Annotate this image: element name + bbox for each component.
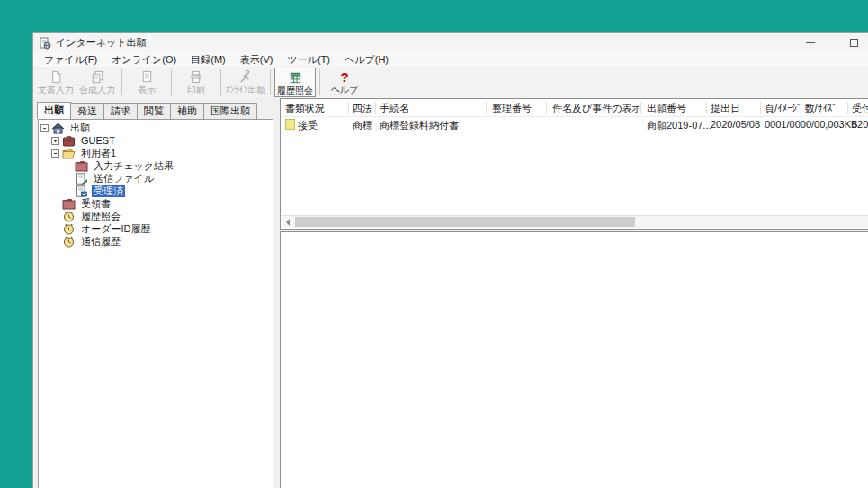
document-new-icon — [49, 69, 63, 84]
tree-item-label: 出願 — [68, 122, 92, 134]
document-list-panel: 書類状況 四法 手続名 整理番号 件名及び事件の表示 出願番号 提出日 頁/ｲﾒ… — [280, 98, 868, 230]
menu-online[interactable]: オンライン(O) — [104, 53, 183, 67]
column-separator — [348, 102, 349, 114]
tree-item-label: 通信履歴 — [79, 236, 122, 248]
toolbar-separator — [220, 69, 221, 95]
toolbar-label: 文書入力 — [38, 84, 74, 95]
online-submit-button[interactable]: ｵﾝﾗｲﾝ出願 — [225, 68, 266, 97]
col-header-procedure[interactable]: 手続名 — [380, 102, 484, 115]
tree-item-label: 利用者1 — [79, 148, 118, 159]
tab-kokusai[interactable]: 国際出願 — [203, 103, 257, 119]
toolbar-label: 合成入力 — [79, 84, 115, 95]
tree-item-send-files[interactable]: 送信ファイル — [39, 172, 273, 185]
tree-item-label: オーダーID履歴 — [79, 223, 153, 235]
tree-item-guest[interactable]: GUEST — [39, 134, 273, 147]
history-inquiry-button[interactable]: 履歴照会 — [274, 68, 316, 97]
tree-item-input-check-results[interactable]: 入力チェック結果 — [39, 159, 273, 172]
tree-item-receipts[interactable]: 受領書 — [39, 197, 273, 210]
view-button[interactable]: 表示 — [126, 68, 167, 97]
toolbar-label: 履歴照会 — [277, 85, 313, 96]
toolbar-separator — [121, 69, 122, 95]
column-separator — [847, 102, 848, 114]
toolbar-label: 印刷 — [187, 84, 205, 95]
tree-item-label: 入力チェック結果 — [92, 160, 175, 172]
toolbar-label: 表示 — [138, 84, 156, 95]
briefcase-icon — [62, 135, 76, 147]
scrollbar-thumb[interactable] — [295, 217, 635, 227]
clock-icon — [62, 223, 76, 235]
left-pane: 出願 発送 請求 閲覧 補助 国際出願 出願 — [35, 98, 278, 488]
column-separator — [546, 102, 547, 114]
tab-seikyuu[interactable]: 請求 — [103, 103, 138, 119]
collapse-icon[interactable] — [40, 124, 49, 132]
scroll-left-arrow-icon[interactable] — [282, 216, 294, 228]
tree-item-accepted[interactable]: 受理済 — [39, 185, 273, 197]
print-button[interactable]: 印刷 — [175, 68, 217, 97]
toolbar-label: ヘルプ — [331, 84, 359, 95]
tab-hojo[interactable]: 補助 — [170, 103, 204, 119]
application-tree: 出願 GUEST — [38, 119, 273, 488]
menu-list[interactable]: 目録(M) — [183, 53, 233, 67]
cell-submit-date: 2020/05/08 — [711, 119, 760, 130]
menu-bar: ファイル(F) オンライン(O) 目録(M) 表示(V) ツール(T) ヘルプ(… — [33, 52, 868, 67]
title-bar: インターネット出願 — [33, 33, 868, 52]
tree-item-label: 送信ファイル — [92, 173, 156, 185]
col-header-case-title[interactable]: 件名及び事件の表示 — [552, 102, 639, 115]
toolbar-label: ｵﾝﾗｲﾝ出願 — [226, 84, 266, 95]
col-header-pages-size[interactable]: 頁/ｲﾒｰｼﾞ 数/ｻｲｽﾞ — [765, 102, 846, 115]
column-separator — [375, 102, 376, 114]
expand-icon[interactable] — [51, 137, 59, 145]
help-button[interactable]: ? ヘルプ — [324, 68, 365, 97]
file-send-icon — [75, 173, 88, 185]
folder-red-icon — [75, 160, 88, 172]
toolbar-separator — [270, 69, 271, 95]
menu-help[interactable]: ヘルプ(H) — [337, 53, 396, 67]
document-input-button[interactable]: 文書入力 — [35, 68, 76, 97]
menu-tools[interactable]: ツール(T) — [280, 53, 337, 67]
cell-status: 接受 — [298, 119, 318, 132]
detail-panel — [280, 231, 868, 488]
toolbar-separator — [171, 69, 172, 95]
file-accepted-icon — [75, 185, 88, 197]
tree-item-user1[interactable]: 利用者1 — [39, 147, 273, 159]
composite-input-button[interactable]: 合成入力 — [76, 68, 118, 97]
cell-pages-size: 0001/0000/00,003KB — [765, 119, 857, 130]
col-header-app-no[interactable]: 出願番号 — [647, 102, 704, 115]
toolbar-separator — [319, 69, 320, 95]
col-header-ref-no[interactable]: 整理番号 — [492, 102, 544, 115]
documents-merge-icon — [91, 69, 104, 84]
document-status-icon — [285, 119, 295, 130]
col-header-submit-date[interactable]: 提出日 — [711, 102, 757, 115]
online-submit-runner-icon — [238, 69, 253, 84]
tree-item-label: 受理済 — [92, 185, 125, 197]
tab-hassou[interactable]: 発送 — [70, 103, 104, 119]
printer-icon — [189, 69, 203, 84]
column-separator — [486, 102, 487, 114]
cell-procedure: 商標登録料納付書 — [380, 119, 459, 132]
tab-strip: 出願 発送 請求 閲覧 補助 国際出願 — [37, 102, 256, 119]
tree-item-communication-history[interactable]: 通信履歴 — [39, 235, 273, 248]
folder-red-icon — [62, 198, 76, 210]
col-header-status[interactable]: 書類状況 — [285, 102, 346, 115]
history-grid-icon — [289, 70, 302, 85]
menu-file[interactable]: ファイル(F) — [37, 53, 104, 67]
tree-item-order-id-history[interactable]: オーダーID履歴 — [39, 222, 273, 235]
toolbar: 文書入力 合成入力 — [33, 67, 868, 98]
folder-open-icon — [62, 148, 76, 159]
document-row[interactable]: 接受 商標 商標登録料納付書 商願2019-07... 2020/05/08 0… — [281, 118, 868, 132]
maximize-button[interactable] — [842, 35, 865, 51]
column-separator — [706, 102, 707, 114]
col-header-receipt-no[interactable]: 受付番号 — [852, 102, 868, 115]
tree-item-label: GUEST — [79, 135, 117, 147]
tree-item-shutsugan-root[interactable]: 出願 — [39, 122, 273, 134]
tab-shutsugan[interactable]: 出願 — [37, 102, 71, 119]
col-header-law[interactable]: 四法 — [353, 102, 374, 115]
menu-view[interactable]: 表示(V) — [233, 53, 281, 67]
collapse-icon[interactable] — [51, 149, 59, 158]
column-separator — [760, 102, 761, 114]
tree-item-history-inquiry[interactable]: 履歴照会 — [39, 210, 273, 222]
horizontal-scrollbar[interactable] — [282, 215, 868, 228]
home-icon — [51, 122, 65, 134]
tab-etsuran[interactable]: 閲覧 — [137, 103, 171, 119]
minimize-button[interactable] — [799, 35, 822, 51]
